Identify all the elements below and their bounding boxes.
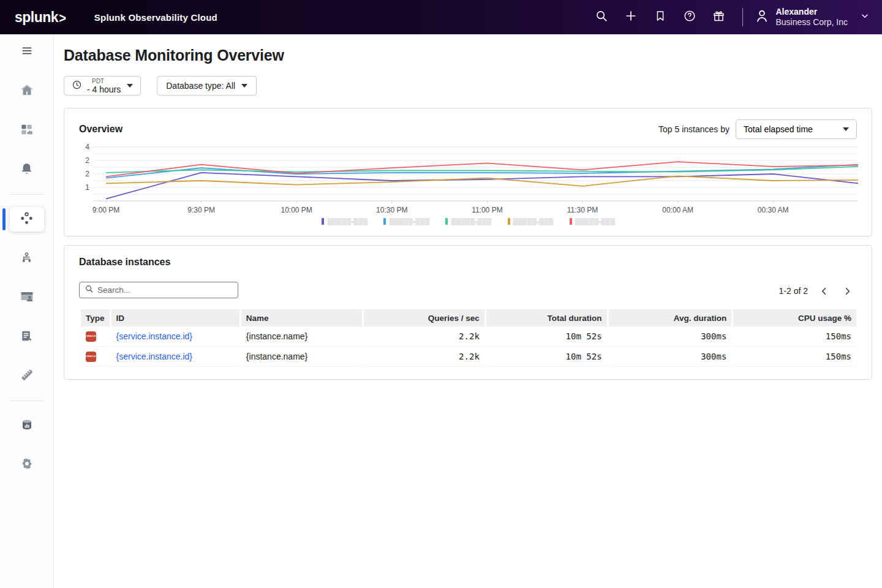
ruler-icon	[20, 368, 34, 385]
prev-page-button[interactable]	[816, 284, 831, 298]
sidebar	[0, 34, 54, 588]
time-picker-range: - 4 hours	[87, 85, 121, 94]
instance-total-duration: 10m 52s	[486, 326, 607, 347]
bookmarks-button[interactable]	[648, 5, 673, 29]
legend-item-redacted-instance-2[interactable]: ▒▒▒▒▒-▒▒▒	[383, 217, 429, 225]
bookmark-icon	[654, 10, 666, 24]
instances-card: Database instances 1-2 of 2 Type ID	[64, 245, 872, 380]
instances-search[interactable]	[79, 282, 238, 298]
search-button[interactable]	[589, 5, 614, 29]
db-type-filter-label: Database type: All	[166, 81, 235, 91]
sidebar-item-rum[interactable]	[10, 285, 44, 310]
top5-label: Top 5 instances by	[658, 124, 729, 134]
plus-icon	[624, 9, 638, 25]
legend-label: ▒▒▒▒▒-▒▒▒	[451, 217, 491, 225]
x-axis-tick-label: 9:00 PM	[92, 206, 120, 214]
hamburger-icon	[20, 44, 34, 60]
sidebar-menu-toggle[interactable]	[10, 40, 44, 64]
y-axis-tick-label: 2	[85, 156, 89, 165]
column-header-qps[interactable]: Queries / sec	[364, 309, 484, 326]
y-axis-tick-label: 2	[85, 170, 89, 178]
column-header-cpu[interactable]: CPU usage %	[733, 309, 856, 326]
sidebar-item-logs[interactable]	[10, 325, 44, 349]
line-chart-svg: 42219:00 PM9:30 PM10:00 PM10:30 PM11:00 …	[79, 143, 858, 216]
user-icon	[754, 8, 770, 26]
dashboards-icon	[20, 123, 34, 139]
legend-item-redacted-instance-1[interactable]: ▒▒▒▒▒-▒▒▒	[322, 217, 368, 225]
column-header-name[interactable]: Name	[241, 309, 362, 326]
time-picker-button[interactable]: PDT - 4 hours	[64, 76, 141, 96]
column-header-total-duration[interactable]: Total duration	[486, 309, 607, 326]
column-header-type[interactable]: Type	[81, 309, 110, 326]
legend-label: ▒▒▒▒▒-▒▒▒	[575, 217, 616, 225]
browser-user-icon	[20, 289, 34, 306]
instance-total-duration: 10m 52s	[486, 347, 607, 367]
caret-down-icon	[127, 84, 133, 88]
instance-id-link[interactable]: {service.instance.id}	[116, 331, 193, 341]
column-header-avg-duration[interactable]: Avg. duration	[609, 309, 732, 326]
legend-swatch	[570, 218, 572, 225]
home-icon	[20, 83, 34, 100]
instance-avg-duration: 300ms	[609, 347, 732, 367]
whats-new-button[interactable]	[707, 5, 731, 29]
splunk-logo-text: splunk	[15, 9, 58, 26]
chevron-down-icon	[860, 11, 870, 23]
overview-chart[interactable]: 42219:00 PM9:30 PM10:00 PM10:30 PM11:00 …	[79, 143, 858, 216]
sidebar-item-apm-active[interactable]	[10, 207, 44, 232]
column-header-id[interactable]: ID	[111, 309, 239, 326]
bell-icon	[20, 162, 34, 178]
instance-avg-duration: 300ms	[609, 326, 732, 347]
instance-name: {instance.name}	[241, 347, 362, 367]
gear-icon	[20, 456, 34, 473]
search-input[interactable]	[97, 285, 233, 295]
sidebar-item-metrics[interactable]	[10, 413, 44, 438]
legend-item-redacted-instance-5[interactable]: ▒▒▒▒▒-▒▒▒	[570, 217, 616, 225]
topbar: splunk > Splunk Observability Cloud	[0, 0, 882, 34]
legend-label: ▒▒▒▒▒-▒▒▒	[389, 217, 429, 225]
x-axis-tick-label: 11:00 PM	[472, 206, 502, 214]
gift-icon	[712, 10, 725, 25]
topbar-divider	[742, 8, 743, 26]
caret-down-icon	[843, 127, 849, 131]
x-axis-tick-label: 11:30 PM	[567, 206, 598, 214]
legend-swatch	[445, 218, 448, 225]
main-content: Database Monitoring Overview PDT - 4 hou…	[54, 34, 882, 588]
table-header-row: Type ID Name Queries / sec Total duratio…	[81, 309, 856, 326]
legend-item-redacted-instance-4[interactable]: ▒▒▒▒▒-▒▒▒	[508, 217, 554, 225]
user-menu[interactable]: Alexander Business Corp, Inc	[754, 7, 870, 28]
sidebar-item-settings[interactable]	[10, 453, 44, 477]
legend-item-redacted-instance-3[interactable]: ▒▒▒▒▒-▒▒▒	[445, 217, 491, 225]
x-axis-tick-label: 00:30 AM	[758, 206, 789, 214]
apm-icon	[19, 211, 34, 228]
instance-cpu-usage: 150ms	[733, 347, 856, 367]
chart-series-redacted-instance-1[interactable]	[106, 173, 858, 199]
legend-label: ▒▒▒▒▒-▒▒▒	[327, 217, 368, 225]
search-icon	[595, 9, 608, 25]
pagination-text: 1-2 of 2	[779, 286, 808, 296]
db-type-filter-button[interactable]: Database type: All	[157, 76, 257, 96]
next-page-button[interactable]	[840, 284, 854, 298]
sidebar-item-alerts[interactable]	[10, 157, 44, 182]
overview-card: Overview Top 5 instances by Total elapse…	[64, 108, 872, 236]
overview-title: Overview	[79, 124, 123, 135]
chart-series-redacted-instance-4[interactable]	[106, 176, 858, 186]
instance-name: {instance.name}	[241, 326, 362, 347]
top5-metric-value: Total elapsed time	[744, 124, 813, 134]
instance-qps: 2.2k	[364, 326, 484, 347]
instances-table: Type ID Name Queries / sec Total duratio…	[79, 309, 858, 367]
oracle-db-icon: ORACLE	[86, 331, 96, 342]
sidebar-item-home[interactable]	[10, 79, 44, 104]
help-icon	[683, 9, 696, 25]
chart-legend: ▒▒▒▒▒-▒▒▒▒▒▒▒▒-▒▒▒▒▒▒▒▒-▒▒▒▒▒▒▒▒-▒▒▒▒▒▒▒…	[64, 217, 873, 225]
y-axis-tick-label: 1	[85, 183, 89, 192]
sidebar-item-service-map[interactable]	[10, 246, 44, 271]
time-picker-timezone: PDT	[92, 78, 121, 85]
sidebar-item-synthetics[interactable]	[10, 364, 44, 388]
help-button[interactable]	[677, 5, 702, 29]
top5-metric-select[interactable]: Total elapsed time	[736, 119, 857, 139]
hierarchy-icon	[20, 251, 34, 267]
splunk-logo[interactable]: splunk >	[15, 9, 66, 26]
create-button[interactable]	[619, 5, 643, 29]
instance-id-link[interactable]: {service.instance.id}	[116, 352, 193, 361]
sidebar-item-dashboards[interactable]	[10, 118, 44, 143]
